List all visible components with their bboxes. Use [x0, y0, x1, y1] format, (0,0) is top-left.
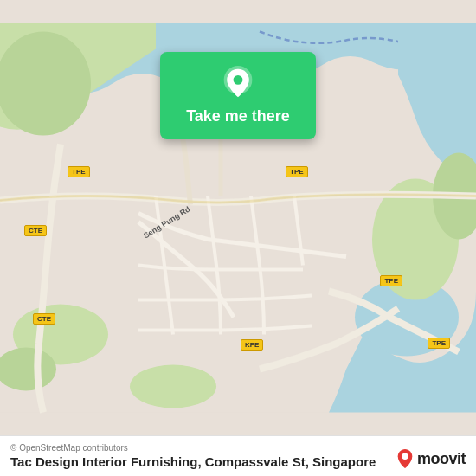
cte-badge-2: CTE	[33, 313, 55, 325]
svg-point-10	[234, 75, 243, 85]
moovit-logo: moovit	[396, 448, 466, 469]
take-me-there-card[interactable]: Take me there	[160, 52, 316, 139]
svg-point-2	[0, 32, 91, 136]
map-area: TPE TPE TPE TPE CTE CTE KPE Seng Pung Rd…	[0, 0, 476, 435]
kpe-badge: KPE	[241, 339, 263, 351]
tpe-badge-1: TPE	[68, 166, 90, 177]
moovit-pin-icon	[396, 448, 414, 469]
bottom-bar: © OpenStreetMap contributors Tac Design …	[0, 435, 476, 476]
tpe-badge-2: TPE	[286, 166, 308, 177]
tpe-badge-3: TPE	[380, 275, 402, 286]
moovit-text: moovit	[417, 450, 466, 468]
cta-label: Take me there	[186, 107, 290, 125]
svg-point-7	[130, 365, 216, 408]
location-pin-icon	[221, 66, 255, 100]
tpe-badge-4: TPE	[428, 338, 450, 349]
svg-point-11	[402, 453, 408, 460]
cte-badge-1: CTE	[24, 225, 47, 236]
app-container: TPE TPE TPE TPE CTE CTE KPE Seng Pung Rd…	[0, 0, 476, 476]
